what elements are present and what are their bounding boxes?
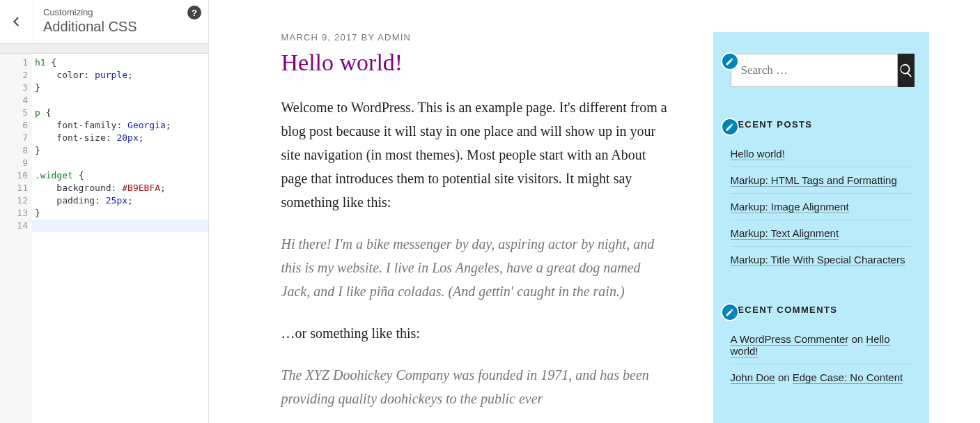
code-line[interactable]: font-family: Georgia; [32,119,208,132]
comment-on-label: on [775,371,793,383]
list-item: Markup: Text Alignment [731,220,912,247]
pencil-icon [725,123,734,132]
panel-spacer [0,44,208,54]
recent-post-link[interactable]: Markup: Title With Special Characters [731,254,905,266]
search-button[interactable] [898,54,915,87]
editor-gutter: 1234567891011121314 [0,54,32,423]
comment-post-link[interactable]: Edge Case: No Content [793,371,903,384]
post-date: MARCH 9, 2017 [281,32,358,43]
list-item: Markup: HTML Tags and Formatting [731,167,912,194]
search-icon [899,63,914,78]
post-paragraph-quote: The XYZ Doohickey Company was founded in… [281,363,671,410]
post-title[interactable]: Hello world! [281,49,671,76]
post-by-label: BY [358,32,378,43]
widget-title: RECENT COMMENTS [731,305,912,315]
recent-post-link[interactable]: Markup: Image Alignment [731,201,849,213]
list-item: Markup: Image Alignment [731,194,912,220]
pencil-icon [725,308,734,317]
recent-post-link[interactable]: Markup: HTML Tags and Formatting [731,174,897,187]
customizer-panel: Customizing Additional CSS ? 12345678910… [0,0,209,423]
list-item: Markup: Title With Special Characters [731,247,912,272]
editor-lines[interactable]: h1 { color: purple;}p { font-family: Geo… [32,54,208,423]
recent-post-link[interactable]: Hello world! [731,148,785,160]
widget-title: RECENT POSTS [731,119,912,130]
back-button[interactable] [0,0,33,43]
comment-author-link[interactable]: John Doe [731,371,775,384]
code-line[interactable]: padding: 25px; [32,194,208,207]
panel-title: Additional CSS [43,19,199,35]
panel-heading: Customizing Additional CSS ? [33,0,208,43]
breadcrumb: Customizing [43,7,199,17]
post-author: ADMIN [378,32,411,43]
post: MARCH 9, 2017 BY ADMIN Hello world! Welc… [281,32,671,423]
customizer-header: Customizing Additional CSS ? [0,0,208,44]
post-paragraph-quote: Hi there! I'm a bike messenger by day, a… [281,232,671,303]
search-input[interactable] [731,54,898,87]
edit-widget-button[interactable] [721,303,739,321]
css-editor[interactable]: 1234567891011121314 h1 { color: purple;}… [0,54,208,423]
comment-author-link[interactable]: A WordPress Commenter [731,333,849,346]
chevron-left-icon [10,15,23,28]
comment-on-label: on [848,333,866,345]
help-button[interactable]: ? [187,6,201,20]
code-line[interactable]: color: purple; [32,69,208,82]
code-line[interactable]: } [32,82,208,94]
site-preview: MARCH 9, 2017 BY ADMIN Hello world! Welc… [209,0,980,423]
post-paragraph: …or something like this: [281,321,671,345]
code-line[interactable]: p { [32,107,208,119]
list-item: A WordPress Commenter on Hello world! [731,326,912,364]
code-line[interactable]: font-size: 20px; [32,132,208,144]
recent-post-link[interactable]: Markup: Text Alignment [731,227,839,240]
widget-recent-posts: RECENT POSTS Hello world!Markup: HTML Ta… [731,119,912,272]
widget-recent-comments: RECENT COMMENTS A WordPress Commenter on… [731,305,912,390]
post-meta: MARCH 9, 2017 BY ADMIN [281,32,671,43]
code-line[interactable]: } [32,144,208,157]
widget-search [731,54,912,87]
recent-comments-list: A WordPress Commenter on Hello world!Joh… [731,326,912,390]
edit-widget-button[interactable] [721,52,739,70]
code-line[interactable] [32,220,208,232]
list-item: Hello world! [731,141,912,167]
code-line[interactable]: h1 { [32,56,208,69]
edit-widget-button[interactable] [721,118,739,136]
list-item: John Doe on Edge Case: No Content [731,364,912,390]
code-line[interactable]: .widget { [32,169,208,182]
sidebar: RECENT POSTS Hello world!Markup: HTML Ta… [713,32,929,423]
code-line[interactable] [32,94,208,107]
code-line[interactable]: } [32,207,208,220]
code-line[interactable]: background: #B9EBFA; [32,182,208,194]
post-paragraph: Welcome to WordPress. This is an example… [281,95,671,214]
help-icon: ? [192,8,197,18]
code-line[interactable] [32,157,208,169]
pencil-icon [725,57,734,66]
recent-posts-list: Hello world!Markup: HTML Tags and Format… [731,141,912,272]
